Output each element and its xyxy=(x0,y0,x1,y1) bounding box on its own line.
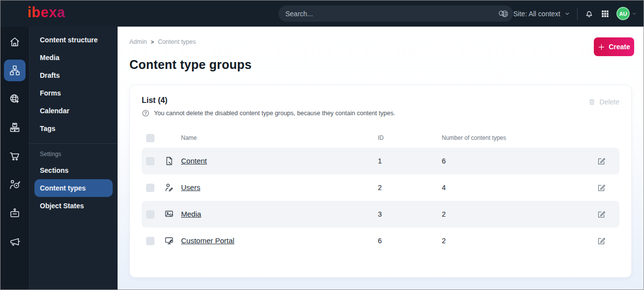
edit-button[interactable] xyxy=(597,157,618,166)
media-image-icon xyxy=(164,209,181,219)
sidebar-item-sections[interactable]: Sections xyxy=(34,161,113,179)
breadcrumb: Admin > Content types xyxy=(129,38,631,45)
search-input[interactable] xyxy=(285,10,497,18)
sidebar-item-content-types[interactable]: Content types xyxy=(34,179,113,197)
group-link[interactable]: Media xyxy=(181,210,201,218)
user-menu[interactable]: AU xyxy=(616,7,637,20)
sidebar-item-object-states[interactable]: Object States xyxy=(34,197,113,215)
table-row: Media 3 2 xyxy=(142,201,619,227)
content-structure-icon xyxy=(9,64,21,76)
sidebar-icon-rail xyxy=(0,27,29,290)
ibexa-logo[interactable]: ibexa xyxy=(28,4,65,21)
row-checkbox[interactable] xyxy=(146,237,154,245)
site-globe-icon xyxy=(9,93,21,105)
chevron-down-icon xyxy=(632,11,637,16)
rail-item-dashboard[interactable] xyxy=(0,28,29,56)
home-icon xyxy=(9,36,21,48)
rail-item-admin[interactable] xyxy=(0,199,29,227)
list-title: List (4) xyxy=(142,96,395,105)
breadcrumb-admin[interactable]: Admin xyxy=(129,38,147,45)
menu-divider xyxy=(30,143,118,144)
breadcrumb-separator: > xyxy=(151,39,153,45)
group-link[interactable]: Content xyxy=(181,157,207,165)
avatar[interactable]: AU xyxy=(616,7,630,20)
group-count: 4 xyxy=(442,184,597,192)
trash-icon xyxy=(588,98,596,106)
site-context-label: Site: All context xyxy=(513,10,560,18)
chevron-down-icon xyxy=(564,11,570,17)
app-grid-icon[interactable] xyxy=(601,9,610,18)
table-row: Users 2 4 xyxy=(142,174,619,201)
sidebar-item-drafts[interactable]: Drafts xyxy=(34,66,113,84)
cart-icon xyxy=(9,150,21,162)
delete-button[interactable]: Delete xyxy=(588,98,619,106)
edit-button[interactable] xyxy=(597,236,618,246)
row-checkbox[interactable] xyxy=(146,184,154,192)
group-link[interactable]: Customer Portal xyxy=(181,236,234,245)
sidebar-item-media[interactable]: Media xyxy=(34,49,113,66)
product-boxes-icon xyxy=(9,122,21,133)
topbar-divider xyxy=(577,8,578,20)
row-checkbox[interactable] xyxy=(146,157,154,165)
global-search[interactable] xyxy=(278,5,513,22)
content-type-groups-table: Name ID Number of content types xyxy=(142,128,619,254)
list-note-text: You cannot delete the disabled content t… xyxy=(154,110,395,117)
rail-item-content[interactable] xyxy=(0,56,29,85)
main-content: Admin > Content types Create Content typ… xyxy=(118,27,644,290)
group-id: 1 xyxy=(378,157,442,165)
content-file-icon xyxy=(164,156,181,166)
sidebar-item-content-structure[interactable]: Content structure xyxy=(34,31,113,49)
rail-item-customers[interactable] xyxy=(0,170,29,199)
megaphone-icon xyxy=(9,236,21,248)
group-id: 6 xyxy=(378,237,442,245)
edit-button[interactable] xyxy=(597,183,618,193)
notifications-bell-icon[interactable] xyxy=(584,9,594,18)
rail-item-site[interactable] xyxy=(0,85,29,113)
sidebar-menu: Content structure Media Drafts Forms Cal… xyxy=(29,27,118,290)
plus-icon xyxy=(598,43,605,51)
column-header-count: Number of content types xyxy=(442,134,597,141)
table-row: Customer Portal 6 2 xyxy=(142,227,619,254)
group-count: 2 xyxy=(442,210,597,218)
app-window: ibexa Site: All context xyxy=(0,0,644,290)
select-all-checkbox[interactable] xyxy=(146,134,154,142)
group-link[interactable]: Users xyxy=(181,183,200,192)
edit-button[interactable] xyxy=(597,210,618,219)
topbar-right-cluster: Site: All context AU xyxy=(500,0,637,27)
sidebar-item-forms[interactable]: Forms xyxy=(34,84,113,102)
audience-target-icon xyxy=(9,179,21,191)
rail-item-commerce[interactable] xyxy=(0,142,29,170)
table-row: Content 1 6 xyxy=(142,148,619,174)
topbar: ibexa Site: All context xyxy=(0,0,644,27)
group-id: 3 xyxy=(378,210,442,218)
settings-section-heading: Settings xyxy=(30,149,118,161)
sidebar-item-tags[interactable]: Tags xyxy=(34,120,113,137)
breadcrumb-content-types: Content types xyxy=(158,38,196,45)
customer-portal-monitor-icon xyxy=(164,236,181,246)
column-header-name: Name xyxy=(181,134,378,141)
table-header-row: Name ID Number of content types xyxy=(142,128,619,148)
globe-icon xyxy=(500,9,509,18)
sidebar-item-calendar[interactable]: Calendar xyxy=(34,102,113,120)
row-checkbox[interactable] xyxy=(146,210,154,219)
rail-item-products[interactable] xyxy=(0,113,29,142)
site-context-selector[interactable]: Site: All context xyxy=(500,9,570,18)
help-question-icon xyxy=(142,109,150,117)
rail-item-marketing[interactable] xyxy=(0,227,29,256)
list-note: You cannot delete the disabled content t… xyxy=(142,109,395,117)
users-person-icon xyxy=(164,183,181,193)
column-header-id: ID xyxy=(378,134,442,141)
content-type-groups-card: List (4) You cannot delete the disabled … xyxy=(129,85,632,278)
group-count: 6 xyxy=(442,157,597,165)
page-title: Content type groups xyxy=(129,58,631,72)
group-count: 2 xyxy=(442,237,597,245)
admin-briefcase-icon xyxy=(9,207,21,219)
group-id: 2 xyxy=(378,184,442,192)
create-button[interactable]: Create xyxy=(594,37,634,56)
